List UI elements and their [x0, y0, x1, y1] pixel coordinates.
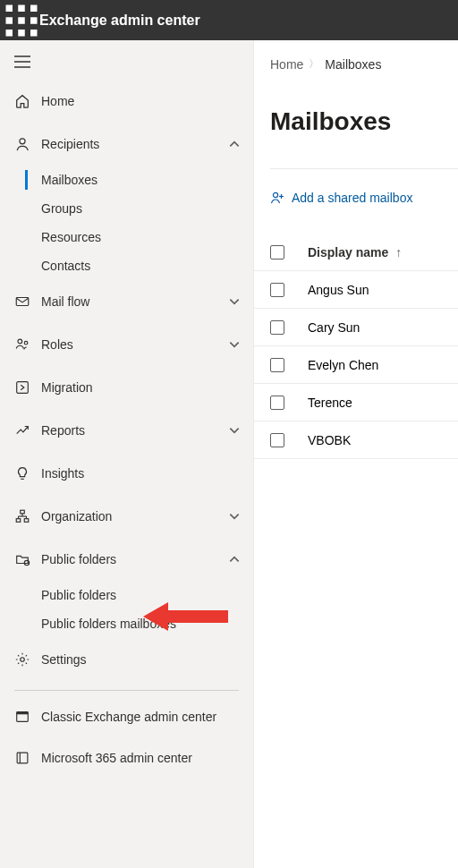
- breadcrumb: Home 〉 Mailboxes: [254, 51, 458, 72]
- breadcrumb-home[interactable]: Home: [270, 57, 303, 72]
- svg-rect-4: [18, 17, 25, 24]
- svg-rect-5: [30, 17, 38, 24]
- home-icon: [14, 93, 30, 109]
- chevron-up-icon: [228, 553, 241, 566]
- column-header-label: Display name: [308, 245, 388, 260]
- person-icon: [14, 136, 30, 152]
- svg-rect-0: [6, 4, 13, 12]
- sidebar-item-recipients[interactable]: Recipients: [0, 123, 253, 166]
- sidebar-item-home[interactable]: Home: [0, 80, 253, 123]
- sidebar-item-settings[interactable]: Settings: [0, 638, 253, 681]
- sidebar-item-label: Contacts: [41, 259, 90, 273]
- sidebar-sub-public-folders-mailboxes[interactable]: Public folders mailboxes: [0, 609, 253, 638]
- chevron-right-icon: 〉: [309, 56, 319, 72]
- sidebar-item-label: Microsoft 365 admin center: [41, 751, 192, 765]
- sidebar-sub-groups[interactable]: Groups: [0, 194, 253, 223]
- organization-icon: [14, 508, 30, 524]
- sidebar-link-classic-eac[interactable]: Classic Exchange admin center: [0, 696, 253, 737]
- svg-point-14: [18, 339, 22, 344]
- sidebar-item-label: Classic Exchange admin center: [41, 710, 216, 724]
- sidebar-sub-contacts[interactable]: Contacts: [0, 251, 253, 280]
- table-row[interactable]: Terence: [254, 384, 458, 421]
- gear-icon: [14, 651, 30, 668]
- svg-rect-16: [17, 382, 29, 394]
- sidebar-item-insights[interactable]: Insights: [0, 452, 253, 495]
- table-row[interactable]: Evelyn Chen: [254, 346, 458, 384]
- sidebar-item-label: Insights: [41, 466, 241, 481]
- svg-rect-3: [6, 17, 13, 24]
- sidebar-item-label: Public folders: [41, 552, 228, 566]
- sidebar-item-roles[interactable]: Roles: [0, 323, 253, 366]
- sidebar-item-label: Groups: [41, 201, 82, 216]
- table-row[interactable]: VBOBK: [254, 421, 458, 459]
- sidebar-item-label: Public folders: [41, 588, 116, 602]
- svg-rect-2: [30, 4, 38, 12]
- toolbar-button-label: Add a shared mailbox: [292, 191, 412, 205]
- toolbar: Add a shared mailbox: [254, 169, 458, 219]
- sidebar-item-label: Recipients: [41, 137, 228, 151]
- chevron-up-icon: [228, 138, 241, 150]
- table-row[interactable]: Cary Sun: [254, 309, 458, 346]
- row-checkbox[interactable]: [270, 320, 284, 335]
- row-checkbox[interactable]: [270, 283, 284, 297]
- public-folders-icon: [14, 551, 30, 567]
- sidebar-item-migration[interactable]: Migration: [0, 366, 253, 409]
- svg-point-26: [21, 658, 25, 662]
- row-checkbox[interactable]: [270, 396, 284, 410]
- sidebar-item-label: Reports: [41, 423, 228, 438]
- sidebar-item-label: Migration: [41, 380, 241, 395]
- svg-rect-8: [30, 30, 38, 37]
- sidebar-divider: [14, 690, 239, 691]
- mail-icon: [14, 294, 30, 310]
- sidebar-item-label: Mail flow: [41, 294, 228, 309]
- page-title: Mailboxes: [270, 107, 458, 136]
- sort-asc-icon: ↑: [395, 245, 402, 260]
- add-person-icon: [270, 191, 284, 205]
- svg-point-15: [24, 341, 28, 345]
- hamburger-icon: [14, 55, 30, 68]
- row-checkbox-cell: [270, 358, 308, 372]
- chevron-down-icon: [228, 338, 241, 351]
- nav-toggle-button[interactable]: [0, 44, 253, 80]
- sidebar-item-label: Home: [41, 94, 241, 108]
- row-checkbox[interactable]: [270, 433, 284, 447]
- cell-displayname: Cary Sun: [308, 320, 458, 335]
- main-content: Home 〉 Mailboxes Mailboxes Add a shared …: [253, 40, 458, 868]
- select-all-cell: [270, 245, 308, 260]
- m365-icon: [14, 750, 30, 766]
- select-all-checkbox[interactable]: [270, 245, 284, 260]
- product-title: Exchange admin center: [39, 13, 200, 29]
- breadcrumb-current: Mailboxes: [325, 57, 381, 72]
- column-header-displayname[interactable]: Display name ↑: [308, 245, 458, 260]
- app-launcher-button[interactable]: [4, 0, 39, 40]
- migration-icon: [14, 379, 30, 396]
- top-bar: Exchange admin center: [0, 0, 458, 40]
- sidebar-item-label: Public folders mailboxes: [41, 617, 176, 631]
- table-header-row: Display name ↑: [254, 234, 458, 271]
- svg-point-12: [20, 139, 25, 144]
- row-checkbox[interactable]: [270, 358, 284, 372]
- sidebar-item-label: Organization: [41, 509, 228, 523]
- svg-rect-6: [6, 30, 13, 37]
- sidebar: Home Recipients Mailboxes Groups Resourc…: [0, 40, 253, 868]
- sidebar-item-label: Resources: [41, 230, 101, 244]
- sidebar-item-reports[interactable]: Reports: [0, 409, 253, 452]
- row-checkbox-cell: [270, 283, 308, 297]
- sidebar-item-organization[interactable]: Organization: [0, 495, 253, 538]
- svg-rect-20: [24, 519, 29, 523]
- chevron-down-icon: [228, 295, 241, 308]
- sidebar-sub-mailboxes[interactable]: Mailboxes: [0, 166, 253, 194]
- sidebar-sub-resources[interactable]: Resources: [0, 223, 253, 251]
- sidebar-item-public-folders[interactable]: Public folders: [0, 538, 253, 581]
- roles-icon: [14, 336, 30, 353]
- sidebar-sub-public-folders[interactable]: Public folders: [0, 581, 253, 609]
- waffle-icon: [4, 3, 39, 38]
- sidebar-link-m365-admin[interactable]: Microsoft 365 admin center: [0, 737, 253, 779]
- sidebar-item-mail-flow[interactable]: Mail flow: [0, 280, 253, 323]
- add-shared-mailbox-button[interactable]: Add a shared mailbox: [270, 191, 412, 205]
- svg-rect-28: [17, 712, 29, 715]
- cell-displayname: VBOBK: [308, 433, 458, 447]
- reports-icon: [14, 422, 30, 438]
- row-checkbox-cell: [270, 320, 308, 335]
- table-row[interactable]: Angus Sun: [254, 271, 458, 309]
